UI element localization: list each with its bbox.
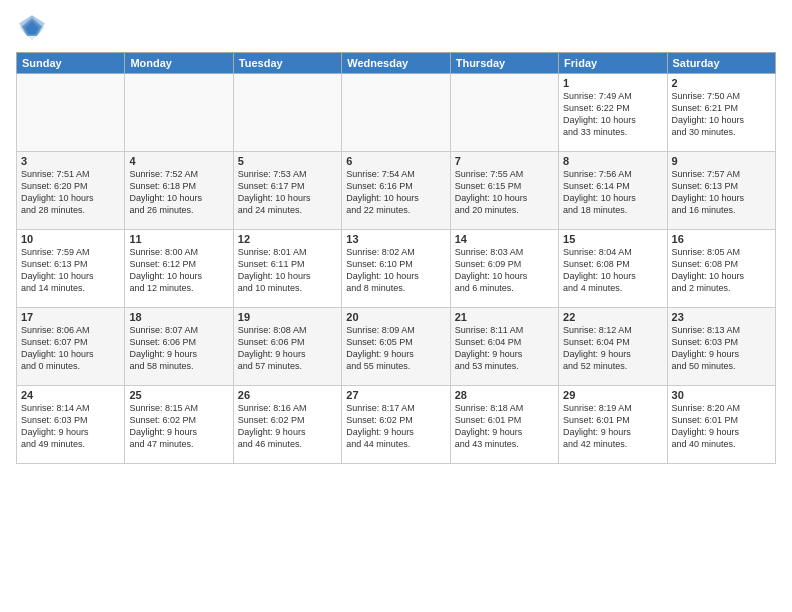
day-number: 8 xyxy=(563,155,662,167)
day-number: 2 xyxy=(672,77,771,89)
day-info: Sunrise: 7:49 AM Sunset: 6:22 PM Dayligh… xyxy=(563,90,662,139)
calendar-cell: 11Sunrise: 8:00 AM Sunset: 6:12 PM Dayli… xyxy=(125,230,233,308)
day-number: 21 xyxy=(455,311,554,323)
day-info: Sunrise: 8:17 AM Sunset: 6:02 PM Dayligh… xyxy=(346,402,445,451)
day-info: Sunrise: 8:05 AM Sunset: 6:08 PM Dayligh… xyxy=(672,246,771,295)
calendar-cell: 10Sunrise: 7:59 AM Sunset: 6:13 PM Dayli… xyxy=(17,230,125,308)
calendar-row-0: 1Sunrise: 7:49 AM Sunset: 6:22 PM Daylig… xyxy=(17,74,776,152)
weekday-header-friday: Friday xyxy=(559,53,667,74)
day-info: Sunrise: 7:56 AM Sunset: 6:14 PM Dayligh… xyxy=(563,168,662,217)
calendar-cell: 26Sunrise: 8:16 AM Sunset: 6:02 PM Dayli… xyxy=(233,386,341,464)
day-info: Sunrise: 8:03 AM Sunset: 6:09 PM Dayligh… xyxy=(455,246,554,295)
day-info: Sunrise: 8:08 AM Sunset: 6:06 PM Dayligh… xyxy=(238,324,337,373)
calendar-cell: 30Sunrise: 8:20 AM Sunset: 6:01 PM Dayli… xyxy=(667,386,775,464)
calendar-cell: 7Sunrise: 7:55 AM Sunset: 6:15 PM Daylig… xyxy=(450,152,558,230)
day-info: Sunrise: 8:00 AM Sunset: 6:12 PM Dayligh… xyxy=(129,246,228,295)
day-info: Sunrise: 8:11 AM Sunset: 6:04 PM Dayligh… xyxy=(455,324,554,373)
day-info: Sunrise: 7:57 AM Sunset: 6:13 PM Dayligh… xyxy=(672,168,771,217)
day-number: 30 xyxy=(672,389,771,401)
day-info: Sunrise: 8:06 AM Sunset: 6:07 PM Dayligh… xyxy=(21,324,120,373)
day-number: 19 xyxy=(238,311,337,323)
calendar-cell: 9Sunrise: 7:57 AM Sunset: 6:13 PM Daylig… xyxy=(667,152,775,230)
calendar-cell: 25Sunrise: 8:15 AM Sunset: 6:02 PM Dayli… xyxy=(125,386,233,464)
weekday-header-monday: Monday xyxy=(125,53,233,74)
day-info: Sunrise: 7:55 AM Sunset: 6:15 PM Dayligh… xyxy=(455,168,554,217)
calendar-cell: 21Sunrise: 8:11 AM Sunset: 6:04 PM Dayli… xyxy=(450,308,558,386)
page: SundayMondayTuesdayWednesdayThursdayFrid… xyxy=(0,0,792,612)
calendar-cell: 2Sunrise: 7:50 AM Sunset: 6:21 PM Daylig… xyxy=(667,74,775,152)
calendar-cell xyxy=(125,74,233,152)
day-info: Sunrise: 8:01 AM Sunset: 6:11 PM Dayligh… xyxy=(238,246,337,295)
calendar-cell: 4Sunrise: 7:52 AM Sunset: 6:18 PM Daylig… xyxy=(125,152,233,230)
day-info: Sunrise: 8:20 AM Sunset: 6:01 PM Dayligh… xyxy=(672,402,771,451)
logo-icon xyxy=(16,12,48,44)
day-info: Sunrise: 8:15 AM Sunset: 6:02 PM Dayligh… xyxy=(129,402,228,451)
day-info: Sunrise: 7:51 AM Sunset: 6:20 PM Dayligh… xyxy=(21,168,120,217)
calendar-cell xyxy=(17,74,125,152)
calendar-cell: 12Sunrise: 8:01 AM Sunset: 6:11 PM Dayli… xyxy=(233,230,341,308)
day-info: Sunrise: 7:50 AM Sunset: 6:21 PM Dayligh… xyxy=(672,90,771,139)
day-number: 5 xyxy=(238,155,337,167)
logo xyxy=(16,12,52,44)
weekday-header-tuesday: Tuesday xyxy=(233,53,341,74)
day-number: 24 xyxy=(21,389,120,401)
calendar-cell: 23Sunrise: 8:13 AM Sunset: 6:03 PM Dayli… xyxy=(667,308,775,386)
day-info: Sunrise: 8:13 AM Sunset: 6:03 PM Dayligh… xyxy=(672,324,771,373)
day-number: 28 xyxy=(455,389,554,401)
day-number: 29 xyxy=(563,389,662,401)
day-number: 7 xyxy=(455,155,554,167)
day-number: 4 xyxy=(129,155,228,167)
day-number: 3 xyxy=(21,155,120,167)
calendar-cell xyxy=(233,74,341,152)
day-info: Sunrise: 7:53 AM Sunset: 6:17 PM Dayligh… xyxy=(238,168,337,217)
day-number: 9 xyxy=(672,155,771,167)
day-number: 14 xyxy=(455,233,554,245)
calendar-cell: 1Sunrise: 7:49 AM Sunset: 6:22 PM Daylig… xyxy=(559,74,667,152)
day-number: 16 xyxy=(672,233,771,245)
weekday-header-row: SundayMondayTuesdayWednesdayThursdayFrid… xyxy=(17,53,776,74)
calendar-row-4: 24Sunrise: 8:14 AM Sunset: 6:03 PM Dayli… xyxy=(17,386,776,464)
day-number: 11 xyxy=(129,233,228,245)
day-info: Sunrise: 8:18 AM Sunset: 6:01 PM Dayligh… xyxy=(455,402,554,451)
day-info: Sunrise: 8:14 AM Sunset: 6:03 PM Dayligh… xyxy=(21,402,120,451)
calendar-cell: 27Sunrise: 8:17 AM Sunset: 6:02 PM Dayli… xyxy=(342,386,450,464)
day-number: 22 xyxy=(563,311,662,323)
day-info: Sunrise: 8:19 AM Sunset: 6:01 PM Dayligh… xyxy=(563,402,662,451)
day-info: Sunrise: 8:12 AM Sunset: 6:04 PM Dayligh… xyxy=(563,324,662,373)
weekday-header-wednesday: Wednesday xyxy=(342,53,450,74)
day-number: 25 xyxy=(129,389,228,401)
calendar-cell xyxy=(450,74,558,152)
calendar-cell: 19Sunrise: 8:08 AM Sunset: 6:06 PM Dayli… xyxy=(233,308,341,386)
calendar-cell: 18Sunrise: 8:07 AM Sunset: 6:06 PM Dayli… xyxy=(125,308,233,386)
day-number: 20 xyxy=(346,311,445,323)
header-area xyxy=(16,12,776,44)
calendar-cell: 6Sunrise: 7:54 AM Sunset: 6:16 PM Daylig… xyxy=(342,152,450,230)
day-info: Sunrise: 8:02 AM Sunset: 6:10 PM Dayligh… xyxy=(346,246,445,295)
day-info: Sunrise: 8:09 AM Sunset: 6:05 PM Dayligh… xyxy=(346,324,445,373)
calendar-cell: 20Sunrise: 8:09 AM Sunset: 6:05 PM Dayli… xyxy=(342,308,450,386)
calendar-cell: 15Sunrise: 8:04 AM Sunset: 6:08 PM Dayli… xyxy=(559,230,667,308)
calendar-row-3: 17Sunrise: 8:06 AM Sunset: 6:07 PM Dayli… xyxy=(17,308,776,386)
day-number: 23 xyxy=(672,311,771,323)
day-number: 6 xyxy=(346,155,445,167)
weekday-header-thursday: Thursday xyxy=(450,53,558,74)
day-info: Sunrise: 8:04 AM Sunset: 6:08 PM Dayligh… xyxy=(563,246,662,295)
day-info: Sunrise: 7:54 AM Sunset: 6:16 PM Dayligh… xyxy=(346,168,445,217)
calendar-cell: 28Sunrise: 8:18 AM Sunset: 6:01 PM Dayli… xyxy=(450,386,558,464)
calendar-cell: 5Sunrise: 7:53 AM Sunset: 6:17 PM Daylig… xyxy=(233,152,341,230)
day-info: Sunrise: 7:59 AM Sunset: 6:13 PM Dayligh… xyxy=(21,246,120,295)
calendar-cell: 24Sunrise: 8:14 AM Sunset: 6:03 PM Dayli… xyxy=(17,386,125,464)
calendar-cell: 29Sunrise: 8:19 AM Sunset: 6:01 PM Dayli… xyxy=(559,386,667,464)
calendar-cell: 3Sunrise: 7:51 AM Sunset: 6:20 PM Daylig… xyxy=(17,152,125,230)
day-number: 15 xyxy=(563,233,662,245)
calendar-cell: 14Sunrise: 8:03 AM Sunset: 6:09 PM Dayli… xyxy=(450,230,558,308)
day-number: 27 xyxy=(346,389,445,401)
day-number: 18 xyxy=(129,311,228,323)
calendar-cell: 16Sunrise: 8:05 AM Sunset: 6:08 PM Dayli… xyxy=(667,230,775,308)
day-info: Sunrise: 7:52 AM Sunset: 6:18 PM Dayligh… xyxy=(129,168,228,217)
day-info: Sunrise: 8:16 AM Sunset: 6:02 PM Dayligh… xyxy=(238,402,337,451)
calendar-cell: 8Sunrise: 7:56 AM Sunset: 6:14 PM Daylig… xyxy=(559,152,667,230)
calendar-cell: 22Sunrise: 8:12 AM Sunset: 6:04 PM Dayli… xyxy=(559,308,667,386)
day-number: 1 xyxy=(563,77,662,89)
weekday-header-saturday: Saturday xyxy=(667,53,775,74)
